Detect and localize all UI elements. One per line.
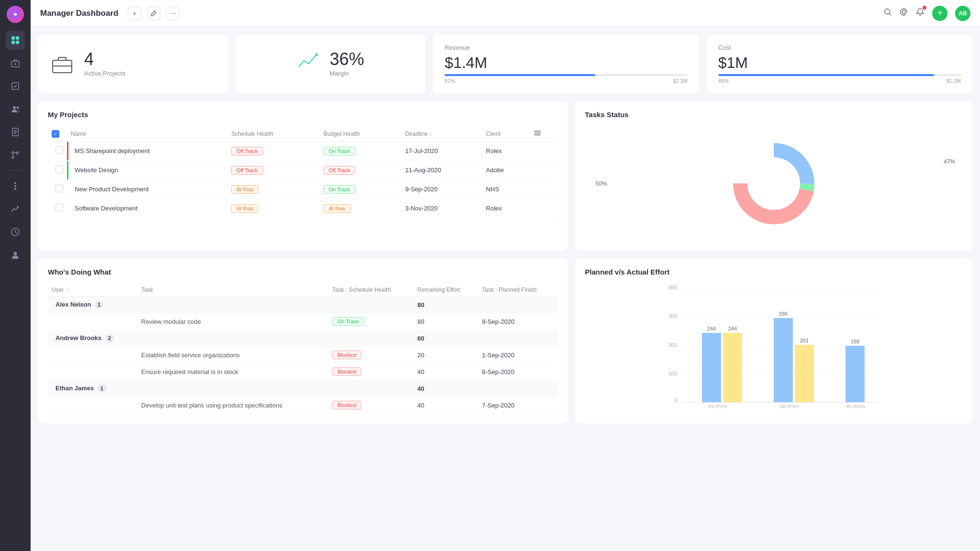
planned-finish: 9-Sep-2020 [478, 313, 558, 330]
svg-text:35-2020: 35-2020 [846, 404, 865, 408]
deadline: 11-Aug-2020 [401, 161, 482, 180]
table-row: MS Sharepoint deployment Off Track On Tr… [48, 142, 558, 161]
more-button[interactable]: ⋯ [166, 7, 179, 20]
table-row: Website Design Off Track Off Track 11-Au… [48, 161, 558, 180]
cost-progress [718, 74, 935, 76]
cost-percent: 89% [718, 78, 729, 84]
budget-badge: On Track [323, 147, 356, 155]
effort-card: Planned v/s Actual Effort 400 300 200 10… [575, 258, 972, 423]
col-name: Name [67, 126, 227, 142]
svg-point-15 [12, 152, 14, 154]
col-schedule: Schedule Health [227, 126, 320, 142]
svg-rect-29 [534, 131, 541, 132]
user-task-count: 1 [98, 384, 106, 393]
project-name: Software Development [75, 205, 138, 212]
svg-rect-4 [16, 41, 19, 44]
bar-33-planned [702, 333, 721, 402]
task-name: Review modular code [137, 313, 328, 330]
row-checkbox[interactable] [56, 204, 63, 211]
planned-finish: 7-Sep-2020 [478, 397, 558, 414]
row-checkbox[interactable] [56, 185, 63, 192]
planned-finish: 1-Sep-2020 [478, 347, 558, 364]
svg-rect-1 [11, 36, 15, 40]
sidebar-item-team[interactable] [6, 99, 25, 119]
user-total-effort: 60 [413, 330, 478, 347]
user-name: Andrew Brooks 2 [48, 330, 137, 347]
main-area: Manager Dashboard + ⋯ [31, 0, 980, 551]
sidebar-item-more[interactable] [6, 176, 25, 196]
user-total-effort: 40 [413, 380, 478, 397]
budget-badge: On Track [323, 185, 356, 194]
task-name: Develop unit test plans using product sp… [137, 397, 328, 414]
svg-text:200: 200 [668, 342, 677, 348]
sidebar-item-time[interactable] [6, 222, 25, 242]
donut-chart: 50% 47% [585, 126, 963, 241]
create-button[interactable]: + [932, 6, 947, 21]
sidebar-item-projects[interactable] [6, 54, 25, 73]
wdw-col-finish: Task : Planned Finish [478, 284, 558, 297]
sort-icon: ↑ [429, 132, 432, 137]
donut-label-47: 47% [944, 158, 955, 165]
sidebar-divider [8, 170, 23, 171]
donut-svg [726, 136, 822, 231]
svg-text:201: 201 [800, 338, 809, 343]
user-name: Alex Nelson 1 [48, 297, 137, 313]
active-projects-value: 4 [84, 51, 125, 68]
sidebar-item-profile[interactable] [6, 245, 25, 264]
user-avatar[interactable]: AB [955, 6, 970, 21]
sidebar-item-documents[interactable] [6, 122, 25, 142]
task-schedule-badge: Blocked [332, 367, 361, 376]
app-logo[interactable] [7, 6, 24, 23]
client: Rolex [482, 199, 530, 218]
projects-title: My Projects [48, 110, 558, 119]
margin-chart-icon [297, 53, 318, 75]
sidebar-item-tasks[interactable] [6, 77, 25, 96]
donut-label-50: 50% [595, 180, 607, 187]
project-name: New Product Development [75, 186, 149, 193]
schedule-badge: At Risk [231, 185, 258, 194]
search-icon[interactable] [883, 8, 892, 19]
table-row: New Product Development At Risk On Track… [48, 180, 558, 199]
row-checkbox[interactable] [56, 165, 63, 173]
client: Adobe [482, 161, 530, 180]
bar-34-actual [795, 345, 814, 402]
remaining-effort: 80 [413, 313, 478, 330]
revenue-percent: 62% [445, 78, 455, 84]
user-total-effort: 80 [413, 297, 478, 313]
client: NHS [482, 180, 530, 199]
sidebar-item-dashboard[interactable] [6, 31, 25, 50]
sidebar-item-analytics[interactable] [6, 199, 25, 219]
bar-33-actual [723, 333, 742, 402]
svg-point-20 [14, 185, 16, 187]
col-deadline: Deadline ↑ [401, 126, 482, 142]
svg-point-9 [13, 106, 16, 109]
task-schedule-badge: On Track [332, 317, 364, 326]
edit-button[interactable] [147, 7, 160, 20]
schedule-badge: At Risk [231, 204, 258, 213]
wdw-col-schedule: Task : Schedule Health [328, 284, 413, 297]
panel-row-1: My Projects ✓ Name Schedule Health Budge… [38, 101, 972, 251]
wdw-user-row: Alex Nelson 1 80 [48, 297, 558, 313]
revenue-card: Revenue $1.4M 62% $2.3M [433, 34, 699, 93]
user-name: Ethan James 1 [48, 380, 137, 397]
effort-title: Planned v/s Actual Effort [585, 268, 963, 276]
user-task-count: 1 [95, 300, 103, 309]
svg-rect-2 [16, 36, 19, 40]
sidebar-item-git[interactable] [6, 145, 25, 165]
wdw-task-row: Ensure required material is in stock Blo… [48, 364, 558, 380]
panel-row-2: Who's Doing What User ↑ Task Task : Sche… [38, 258, 972, 423]
mention-icon[interactable] [900, 8, 908, 19]
briefcase-icon [50, 52, 75, 77]
cost-label: Cost [718, 44, 731, 51]
planned-finish: 8-Sep-2020 [478, 364, 558, 380]
row-checkbox[interactable] [56, 146, 63, 154]
budget-badge: Off Track [323, 166, 355, 175]
select-all-checkbox[interactable]: ✓ [52, 130, 59, 138]
effort-chart-svg: 400 300 200 100 0 [585, 284, 963, 408]
notification-icon[interactable] [916, 8, 924, 19]
task-schedule-badge: Blocked [332, 401, 361, 409]
svg-point-21 [14, 188, 16, 190]
add-tab-button[interactable]: + [128, 7, 141, 20]
schedule-badge: Off Track [231, 147, 263, 155]
svg-text:244: 244 [707, 326, 716, 331]
